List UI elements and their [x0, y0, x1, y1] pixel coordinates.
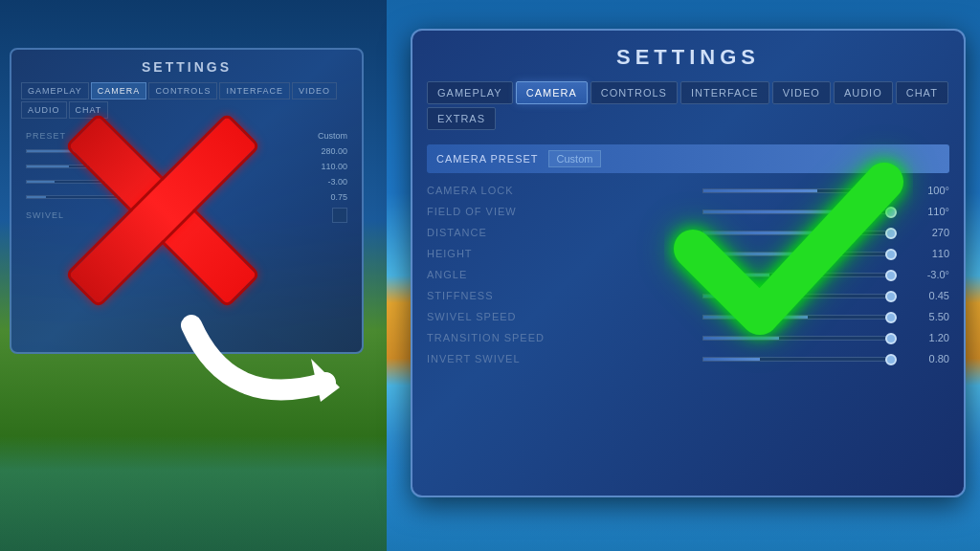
- setting-value-left-4: 0.75: [330, 192, 347, 202]
- control-swivel-speed: 5.50: [599, 311, 949, 322]
- value-swivel-speed: 5.50: [902, 311, 949, 322]
- setting-bar-fill-3: [27, 181, 55, 183]
- slider-transition-speed[interactable]: [702, 336, 894, 341]
- tab-left-chat[interactable]: CHAT: [69, 101, 109, 119]
- label-height: HEIGHT: [427, 248, 599, 259]
- tab-left-audio[interactable]: AUDIO: [21, 101, 67, 119]
- setting-bar-fill-1: [27, 150, 93, 152]
- tab-right-video[interactable]: VIDEO: [772, 81, 831, 104]
- slider-stiffness[interactable]: [702, 294, 894, 298]
- setting-row-left-1: 280.00: [26, 146, 347, 156]
- tab-right-gameplay[interactable]: GAMEPLAY: [427, 81, 513, 104]
- tab-right-controls[interactable]: CONTROLS: [590, 81, 678, 104]
- setting-row-right-6: STIFFNESS 0.45: [427, 290, 949, 301]
- tab-left-camera[interactable]: CAMERA: [91, 82, 147, 99]
- slider-thumb-1: [885, 186, 897, 197]
- setting-row-left-3: -3.00: [26, 177, 347, 187]
- slider-thumb-5: [885, 270, 897, 281]
- slider-fill-7: [703, 316, 808, 319]
- setting-bar-left-4: [26, 195, 122, 199]
- tab-right-interface[interactable]: INTERFACE: [680, 81, 769, 104]
- control-transition-speed: 1.20: [599, 332, 949, 343]
- camera-preset-value[interactable]: Custom: [548, 150, 602, 167]
- control-angle: -3.0°: [599, 269, 949, 280]
- slider-distance[interactable]: [702, 231, 894, 235]
- preset-value-left: Custom: [318, 131, 347, 141]
- value-camera-lock: 100°: [902, 185, 949, 196]
- setting-row-right-7: SWIVEL SPEED 5.50: [427, 311, 949, 322]
- setting-row-right-5: ANGLE -3.0°: [427, 269, 949, 280]
- setting-value-left-3: -3.00: [327, 177, 347, 187]
- slider-fill-6: [703, 295, 789, 298]
- slider-thumb-9: [885, 354, 897, 365]
- slider-invert-swivel[interactable]: [702, 357, 894, 362]
- setting-row-left-2: 110.00: [26, 162, 347, 171]
- settings-rows-right: CAMERA LOCK 100° FIELD OF VIEW 110° DIST…: [427, 185, 949, 364]
- control-camera-lock: 100°: [599, 185, 949, 196]
- settings-title-left: SETTINGS: [21, 59, 352, 75]
- tab-left-controls[interactable]: CONTROLS: [148, 82, 217, 99]
- setting-bar-fill-2: [27, 165, 69, 167]
- label-fov: FIELD OF VIEW: [427, 206, 599, 217]
- settings-title-right: SETTINGS: [427, 45, 949, 70]
- slider-thumb-2: [885, 207, 897, 218]
- slider-thumb-3: [885, 228, 897, 239]
- value-transition-speed: 1.20: [902, 332, 949, 343]
- arrow-container: [172, 287, 364, 440]
- control-height: 110: [599, 248, 949, 259]
- tab-right-audio[interactable]: AUDIO: [834, 81, 893, 104]
- tab-right-extras[interactable]: EXTRAS: [427, 107, 496, 130]
- value-invert-swivel: 0.80: [902, 353, 949, 364]
- slider-fill-8: [703, 337, 779, 340]
- slider-camera-lock[interactable]: [702, 188, 894, 193]
- slider-height[interactable]: [702, 252, 894, 256]
- slider-fill-9: [703, 358, 760, 361]
- setting-value-left-2: 110.00: [321, 162, 347, 171]
- slider-fill-2: [703, 210, 846, 213]
- tabs-left: GAMEPLAY CAMERA CONTROLS INTERFACE VIDEO…: [21, 82, 352, 119]
- slider-fill-3: [703, 231, 827, 234]
- settings-panel-right: SETTINGS GAMEPLAY CAMERA CONTROLS INTERF…: [411, 29, 966, 497]
- arrow-svg: [172, 287, 364, 440]
- setting-bar-left-3: [26, 180, 122, 184]
- value-fov: 110°: [902, 206, 949, 217]
- slider-fill-5: [703, 274, 769, 276]
- label-transition-speed: TRANSITION SPEED: [427, 332, 599, 343]
- setting-bar-left-2: [26, 165, 122, 168]
- preset-row-left: PRESET Custom: [26, 131, 347, 141]
- slider-swivel-speed[interactable]: [702, 315, 894, 320]
- label-swivel-speed: SWIVEL SPEED: [427, 311, 599, 322]
- slider-fov[interactable]: [702, 209, 894, 214]
- slider-angle[interactable]: [702, 273, 894, 277]
- setting-row-right-2: FIELD OF VIEW 110°: [427, 206, 949, 217]
- slider-fill-1: [703, 189, 817, 192]
- slider-thumb-7: [885, 312, 897, 323]
- slider-thumb-4: [885, 249, 897, 260]
- tab-left-interface[interactable]: INTERFACE: [219, 82, 290, 99]
- tab-left-video[interactable]: VIDEO: [292, 82, 337, 99]
- setting-bar-left-1: [26, 149, 122, 153]
- value-angle: -3.0°: [902, 269, 949, 280]
- setting-row-right-3: DISTANCE 270: [427, 227, 949, 238]
- setting-row-right-8: TRANSITION SPEED 1.20: [427, 332, 949, 343]
- slider-thumb-6: [885, 291, 897, 302]
- setting-row-right-1: CAMERA LOCK 100°: [427, 185, 949, 196]
- camera-preset-label: CAMERA PRESET: [436, 153, 539, 165]
- value-distance: 270: [902, 227, 949, 238]
- camera-preset-bar: CAMERA PRESET Custom: [427, 144, 949, 173]
- label-stiffness: STIFFNESS: [427, 290, 599, 301]
- tab-right-chat[interactable]: CHAT: [896, 81, 948, 104]
- slider-fill-4: [703, 253, 798, 255]
- tab-left-gameplay[interactable]: GAMEPLAY: [21, 82, 89, 99]
- preset-label-left: PRESET: [26, 131, 66, 141]
- label-distance: DISTANCE: [427, 227, 599, 238]
- setting-row-right-9: INVERT SWIVEL 0.80: [427, 353, 949, 364]
- control-fov: 110°: [599, 206, 949, 217]
- setting-bar-fill-4: [27, 196, 46, 198]
- control-invert-swivel: 0.80: [599, 353, 949, 364]
- value-height: 110: [902, 248, 949, 259]
- setting-row-left-4: 0.75: [26, 192, 347, 202]
- swivel-checkbox[interactable]: [332, 208, 347, 223]
- tab-right-camera[interactable]: CAMERA: [516, 81, 588, 104]
- control-stiffness: 0.45: [599, 290, 949, 301]
